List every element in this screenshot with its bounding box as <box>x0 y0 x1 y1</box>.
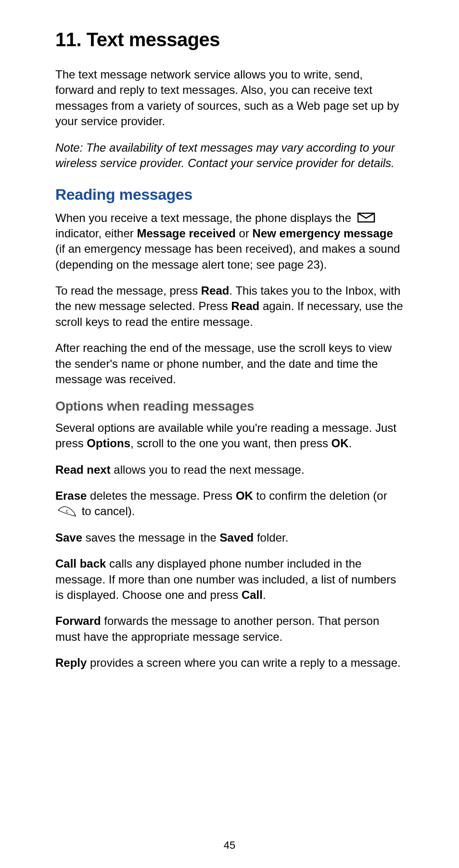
option-read-next: Read next allows you to read the next me… <box>55 462 404 478</box>
chapter-number: 11. <box>55 29 81 50</box>
note-paragraph: Note: The availability of text messages … <box>55 140 404 171</box>
option-label: Reply <box>55 656 87 669</box>
c-key-icon: c <box>57 505 76 516</box>
text: deletes the message. Press <box>87 489 236 502</box>
svg-text:c: c <box>66 508 68 514</box>
text: . <box>263 588 266 601</box>
chapter-name: Text messages <box>87 29 220 50</box>
text: To read the message, press <box>55 284 201 297</box>
text: indicator, either <box>55 227 137 240</box>
text-bold: Saved <box>220 531 254 544</box>
reading-p3: After reaching the end of the message, u… <box>55 340 404 387</box>
option-label: Call back <box>55 557 106 570</box>
section-reading-heading: Reading messages <box>55 184 404 205</box>
text-bold: Options <box>87 437 130 450</box>
text: , scroll to the one you want, then press <box>130 437 332 450</box>
text-bold: Message received <box>137 227 235 240</box>
intro-paragraph: The text message network service allows … <box>55 67 404 130</box>
option-erase: Erase deletes the message. Press OK to c… <box>55 488 404 519</box>
text: provides a screen where you can write a … <box>87 656 400 669</box>
text: forwards the message to another person. … <box>55 614 379 643</box>
option-save: Save saves the message in the Saved fold… <box>55 530 404 545</box>
option-forward: Forward forwards the message to another … <box>55 613 404 645</box>
page-number: 45 <box>0 838 459 853</box>
reading-p2: To read the message, press Read. This ta… <box>55 283 404 330</box>
reading-p1: When you receive a text message, the pho… <box>55 210 404 273</box>
text: saves the message in the <box>82 531 220 544</box>
text: or <box>239 227 253 240</box>
options-intro: Several options are available while you'… <box>55 420 404 452</box>
option-call-back: Call back calls any displayed phone numb… <box>55 556 404 603</box>
text-bold: OK <box>236 489 253 502</box>
text-bold: Read <box>201 284 230 297</box>
option-reply: Reply provides a screen where you can wr… <box>55 655 404 671</box>
text-bold: Call <box>242 588 263 601</box>
document-page: 11. Text messages The text message netwo… <box>0 0 459 868</box>
option-label: Save <box>55 531 82 544</box>
text-bold: OK <box>332 437 349 450</box>
option-label: Forward <box>55 614 101 627</box>
text: calls any displayed phone number include… <box>55 557 396 601</box>
text: When you receive a text message, the pho… <box>55 211 355 224</box>
text: to confirm the deletion (or <box>253 489 387 502</box>
envelope-icon <box>357 211 377 222</box>
text-bold: Read <box>231 299 260 312</box>
option-label: Read next <box>55 463 111 476</box>
text: . <box>349 437 352 450</box>
section-options-heading: Options when reading messages <box>55 398 404 415</box>
text-bold: New emergency message <box>253 227 393 240</box>
text: to cancel). <box>82 505 135 518</box>
text: allows you to read the next message. <box>111 463 305 476</box>
text: folder. <box>254 531 288 544</box>
chapter-title: 11. Text messages <box>55 26 404 52</box>
text: (if an emergency message has been receiv… <box>55 242 400 271</box>
option-label: Erase <box>55 489 87 502</box>
